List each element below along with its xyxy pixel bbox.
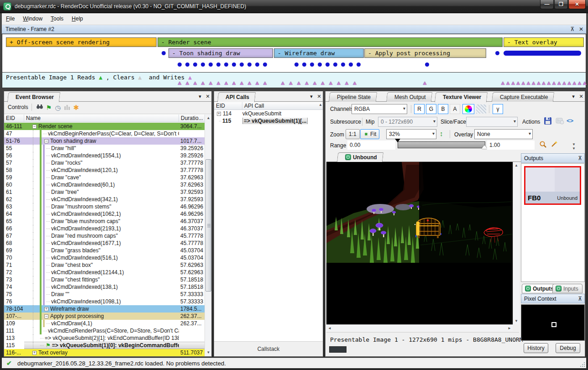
right-panel-menu-icon[interactable]: ▾ (570, 93, 577, 100)
menu-item-window[interactable]: Window (19, 13, 47, 25)
table-row[interactable]: 72···vkCmdDrawIndexed(12144,1)57.62963 (4, 269, 205, 276)
event-browser-close-icon[interactable]: ✕ (204, 93, 211, 100)
find-event-icon[interactable] (35, 104, 44, 111)
api-calls-menu-icon[interactable]: ▾ (308, 93, 315, 100)
table-row[interactable]: 70···vkCmdDrawIndexed(516,1)45.03704 (4, 254, 205, 261)
green-channel-button[interactable]: G (426, 104, 436, 114)
table-row[interactable]: 55···Draw "hill"39.25926 (4, 145, 205, 152)
scrollbar-thumb[interactable] (205, 159, 211, 292)
column-eid[interactable]: EID (4, 115, 24, 122)
expand-toolbar-icon[interactable]: ▼▼ (572, 142, 576, 151)
table-row[interactable]: 61···Draw "tree"37.92593 (4, 188, 205, 196)
column-duration[interactable]: Duratio... (179, 115, 205, 122)
alpha-checker-icon[interactable] (476, 104, 486, 114)
overlay-combo[interactable]: None (474, 129, 533, 139)
save-texture-icon[interactable] (544, 117, 552, 126)
tab-api-calls[interactable]: API Calls (217, 92, 256, 102)
scroll-down-icon[interactable]: ▼ (205, 349, 212, 356)
table-row[interactable]: 74···vkCmdDrawIndexed(138,1)57.18518 (4, 283, 205, 291)
timeline-event-dot[interactable] (357, 63, 361, 67)
menu-item-file[interactable]: File (2, 13, 19, 25)
callstack-section-label[interactable]: Callstack (214, 341, 323, 356)
table-row[interactable]: 65···Draw "blue mushroom caps"46.37037 (4, 218, 205, 225)
flip-y-icon[interactable]: ↕ (440, 130, 443, 137)
table-row[interactable]: 51-76−Toon shading draw1017.7... (4, 137, 205, 145)
bookmark-asterisk-icon[interactable]: ✱ (72, 104, 81, 112)
table-row[interactable]: 69···Draw "grass blades"45.03704 (4, 247, 205, 254)
pixel-context-pin-icon[interactable]: ⊼ (578, 296, 582, 302)
slice-face-combo[interactable] (466, 117, 518, 127)
tab-texture-viewer[interactable]: Texture Viewer (434, 92, 488, 102)
table-row[interactable]: 71···Draw "chest box"57.62963 (4, 261, 205, 269)
table-row[interactable]: 75···Draw ""57.33333 (4, 291, 205, 298)
colorwheel-button[interactable] (462, 104, 474, 114)
table-row[interactable]: 46-111−Render scene3064.7... (4, 123, 205, 130)
timeline-marker-bar[interactable]: - Render scene (158, 37, 503, 47)
table-row[interactable]: 68···vkCmdDrawIndexed(1677,1)45.77778 (4, 240, 205, 247)
menu-item-help[interactable]: Help (68, 13, 87, 25)
scroll-up-icon[interactable]: ▲ (513, 162, 520, 169)
blue-channel-button[interactable]: B (438, 104, 448, 114)
timeline-event-dot[interactable] (326, 63, 330, 67)
tree-expander-icon[interactable]: + (217, 112, 221, 116)
pixel-history-button[interactable]: History (524, 343, 548, 353)
timeline-event-dot[interactable] (263, 63, 267, 67)
event-browser-column-headers[interactable]: EID Name Duratio... (4, 115, 205, 122)
timeline-event-dot[interactable] (255, 63, 259, 67)
range-slider[interactable] (398, 141, 485, 148)
table-row[interactable]: 73···Draw "chest fittings"57.18518 (4, 276, 205, 283)
fb0-thumbnail[interactable]: FB0 Unbound (524, 166, 581, 205)
timeline-event-dot[interactable] (193, 63, 197, 67)
open-resource-code-icon[interactable]: <> (567, 117, 573, 124)
table-row[interactable]: 115···⚑=> vkQueueSubmit(1)[0]: vkBeginCo… (4, 342, 205, 349)
pixel-debug-button[interactable]: Debug (556, 343, 580, 353)
timeline-event-dot[interactable] (240, 63, 244, 67)
table-row[interactable]: 76···vkCmdDrawIndexed(1098,1)57.33333 (4, 298, 205, 305)
range-max-field[interactable]: 1.00 (487, 141, 535, 150)
tab-unbound-texture[interactable]: Unbound (337, 152, 383, 162)
timeline-marker-bar[interactable]: - Apply post processing (364, 48, 486, 58)
tab-inputs[interactable]: Inputs (552, 284, 583, 293)
red-channel-button[interactable]: R (414, 104, 425, 114)
texture-image-viewport[interactable] (326, 162, 513, 324)
resize-grip[interactable] (580, 362, 585, 367)
timeline-marker-bar[interactable]: - Wireframe draw (274, 48, 364, 58)
tree-expander-icon[interactable]: − (32, 125, 37, 129)
timeline-event-dot[interactable] (185, 63, 189, 67)
time-draws-clock-icon[interactable]: ◷ (53, 104, 63, 111)
table-row[interactable]: 47···vkCmdBeginRenderPass(C=Clear, D=Cle… (4, 130, 205, 137)
timeline-close-icon[interactable]: ✕ (578, 26, 585, 33)
zoom-fit-button[interactable]: Fit (360, 129, 379, 139)
timeline-event-dot[interactable] (318, 63, 322, 67)
tree-expander-icon[interactable]: − (44, 139, 48, 143)
timeline-marker-bar[interactable]: - Text overlay (504, 37, 584, 47)
timeline-event-dot[interactable] (224, 63, 228, 67)
maximize-button[interactable]: ❐ (554, 0, 568, 9)
channels-combo[interactable]: RGBA (352, 104, 407, 114)
tab-mesh-output[interactable]: Mesh Output (386, 92, 432, 102)
tab-capture-executable[interactable]: Capture Executable (492, 92, 555, 102)
timeline-event-dot[interactable] (341, 63, 345, 67)
table-row[interactable]: 59···Draw "cave"37.62963 (4, 174, 205, 181)
mip-combo[interactable]: 0 - 1272x690 (378, 117, 437, 127)
scroll-down-icon[interactable]: ▼ (513, 318, 520, 324)
autofit-wand-icon[interactable] (550, 140, 558, 150)
timeline-event-dot[interactable] (178, 63, 182, 67)
table-row[interactable]: 57···Draw "rocks"37.77778 (4, 159, 205, 167)
timeline-event-dot[interactable] (232, 63, 236, 67)
zoom-range-magnifier-icon[interactable] (539, 141, 547, 150)
range-black-point-handle[interactable] (395, 139, 400, 145)
pixel-context-header[interactable]: Pixel Context ⊼ (521, 294, 585, 303)
timeline-event-dot[interactable] (247, 63, 252, 67)
texture-horizontal-scrollbar[interactable]: ◄ ► (326, 324, 513, 331)
table-row[interactable]: 63···Draw "mushroom stems"46.96296 (4, 203, 205, 210)
timeline-event-dot[interactable] (201, 63, 205, 67)
tab-pipeline-state[interactable]: Pipeline State (329, 92, 377, 102)
api-calls-column-headers[interactable]: EID API Call ▲ (214, 102, 323, 110)
scroll-left-icon[interactable]: ◄ (326, 325, 333, 331)
texture-vertical-scrollbar[interactable]: ▲ ▼ (513, 162, 519, 324)
timeline-event-dot[interactable] (425, 63, 429, 67)
timeline-event-dot[interactable] (302, 63, 306, 67)
table-row[interactable]: 107-...−Apply post processing262.37... (4, 313, 205, 320)
table-row[interactable]: ··115=> vkQueueSubmit(1)[... (214, 117, 323, 125)
